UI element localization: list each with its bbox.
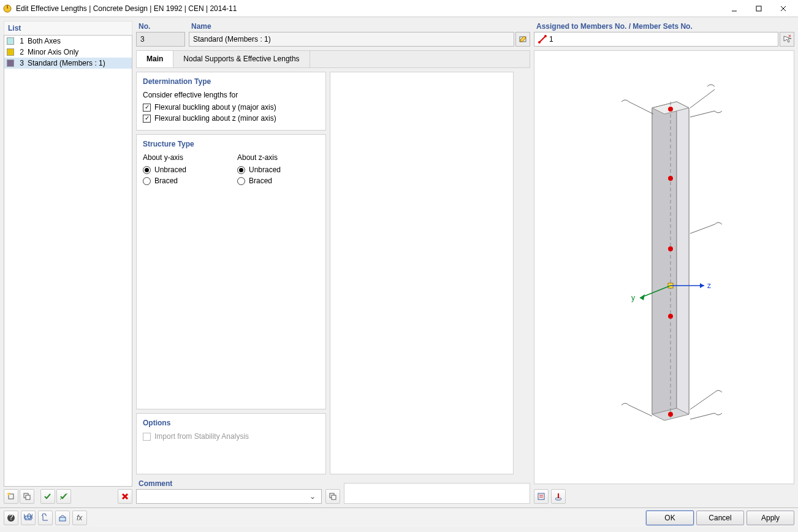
comment-extra-panel — [344, 483, 531, 504]
cancel-button[interactable]: Cancel — [696, 511, 744, 525]
svg-point-29 — [668, 314, 673, 319]
checkbox-buckling-z[interactable] — [143, 115, 151, 123]
axis-button[interactable]: A — [38, 511, 53, 525]
tab-nodal-supports[interactable]: Nodal Supports & Effective Lengths — [173, 51, 310, 67]
structure-type-group: Structure Type About y-axis Unbraced Bra… — [136, 134, 326, 409]
member-preview-svg: z y — [548, 71, 781, 463]
units-button[interactable]: 0.00 — [21, 511, 36, 525]
radio-y-unbraced[interactable] — [143, 166, 151, 174]
svg-rect-40 — [558, 493, 559, 498]
radio-z-unbraced[interactable] — [237, 166, 245, 174]
tab-bar: Main Nodal Supports & Effective Lengths — [136, 50, 530, 68]
about-y-label: About y-axis — [143, 153, 225, 162]
determination-type-group: Determination Type Consider effective le… — [136, 72, 326, 131]
radio-label: Braced — [249, 177, 272, 185]
title-bar: Edit Effective Lengths | Concrete Design… — [0, 0, 798, 17]
svg-point-7 — [7, 493, 10, 495]
checkbox-buckling-y[interactable] — [143, 104, 151, 112]
checkbox-label: Import from Stability Analysis — [154, 432, 249, 441]
name-field[interactable]: Standard (Members : 1) — [189, 32, 514, 47]
group-title: Determination Type — [143, 77, 319, 86]
footer-bar: ? 0.00 A fx OK Cancel Apply — [0, 507, 798, 527]
svg-point-30 — [668, 412, 673, 417]
preview-viewport[interactable]: z y — [534, 50, 794, 484]
list-box[interactable]: 1 Both Axes 2 Minor Axis Only 3 Standard… — [4, 35, 132, 487]
list-item-num: 2 — [18, 48, 24, 56]
options-group: Options Import from Stability Analysis — [136, 413, 326, 474]
comment-combo[interactable]: ⌄ — [136, 489, 322, 504]
preview-isometric-button[interactable] — [551, 489, 566, 504]
delete-item-button[interactable] — [118, 489, 132, 504]
svg-rect-15 — [332, 495, 336, 500]
assigned-field[interactable]: 1 — [534, 32, 778, 47]
list-item-label: Standard (Members : 1) — [28, 59, 105, 67]
empty-panel — [330, 72, 514, 474]
uncheck-all-button[interactable] — [56, 489, 71, 504]
list-item[interactable]: 3 Standard (Members : 1) — [4, 58, 132, 69]
minimize-button[interactable] — [722, 0, 747, 17]
function-button[interactable]: fx — [72, 511, 87, 525]
apply-button[interactable]: Apply — [747, 511, 794, 525]
list-item-label: Both Axes — [28, 37, 61, 45]
svg-point-26 — [668, 107, 673, 112]
no-field[interactable]: 3 — [136, 32, 185, 47]
list-toolbar — [4, 487, 132, 504]
check-all-button[interactable] — [40, 489, 55, 504]
svg-rect-1 — [7, 6, 8, 9]
member-icon — [538, 35, 547, 44]
group-title: Options — [143, 419, 319, 427]
radio-label: Braced — [154, 177, 178, 185]
svg-rect-38 — [538, 493, 544, 500]
checkbox-label: Flexural buckling about z (minor axis) — [154, 114, 276, 123]
maximize-button[interactable] — [747, 0, 771, 17]
list-header: List — [4, 21, 132, 35]
color-swatch — [7, 48, 14, 56]
svg-text:0.00: 0.00 — [24, 514, 32, 521]
list-item-num: 3 — [18, 59, 24, 67]
assigned-label: Assigned to Members No. / Member Sets No… — [534, 21, 794, 32]
edit-name-button[interactable] — [515, 32, 530, 47]
view-button[interactable] — [55, 511, 70, 525]
comment-label: Comment — [136, 478, 322, 489]
copy-item-button[interactable] — [20, 489, 34, 504]
no-value: 3 — [140, 35, 145, 44]
list-item-num: 1 — [18, 37, 24, 45]
ok-button[interactable]: OK — [646, 511, 694, 525]
tab-main[interactable]: Main — [137, 51, 173, 67]
svg-point-28 — [668, 246, 673, 251]
new-item-button[interactable] — [4, 489, 18, 504]
radio-y-braced[interactable] — [143, 177, 151, 185]
assigned-value: 1 — [549, 35, 553, 44]
svg-text:?: ? — [9, 514, 13, 522]
list-item-label: Minor Axis Only — [28, 48, 78, 56]
radio-label: Unbraced — [154, 165, 186, 174]
svg-marker-23 — [677, 102, 689, 414]
list-item[interactable]: 2 Minor Axis Only — [4, 47, 132, 58]
color-swatch — [7, 37, 14, 45]
svg-rect-9 — [26, 495, 30, 500]
right-panel: Assigned to Members No. / Member Sets No… — [534, 21, 794, 504]
pick-members-button[interactable] — [780, 32, 794, 47]
comment-copy-button[interactable] — [325, 489, 340, 504]
preview-toolbar — [534, 488, 794, 504]
svg-rect-3 — [756, 6, 761, 11]
name-value: Standard (Members : 1) — [193, 35, 271, 44]
about-z-label: About z-axis — [237, 153, 319, 162]
preview-settings-button[interactable] — [534, 489, 549, 504]
radio-label: Unbraced — [249, 165, 281, 174]
close-button[interactable] — [771, 0, 796, 17]
no-label: No. — [136, 21, 185, 32]
name-label: Name — [189, 21, 530, 32]
center-panel: No. 3 Name Standard (Members : 1) Main N… — [136, 21, 530, 504]
svg-point-18 — [544, 35, 547, 37]
svg-line-16 — [539, 36, 545, 42]
list-item[interactable]: 1 Both Axes — [4, 36, 132, 47]
svg-text:fx: fx — [77, 514, 83, 522]
radio-z-braced[interactable] — [237, 177, 245, 185]
checkbox-label: Flexural buckling about y (major axis) — [154, 103, 276, 112]
checkbox-import-stability — [143, 433, 151, 441]
svg-marker-33 — [700, 283, 704, 288]
help-button[interactable]: ? — [4, 511, 18, 525]
app-icon — [2, 4, 12, 13]
svg-text:A: A — [42, 514, 47, 518]
